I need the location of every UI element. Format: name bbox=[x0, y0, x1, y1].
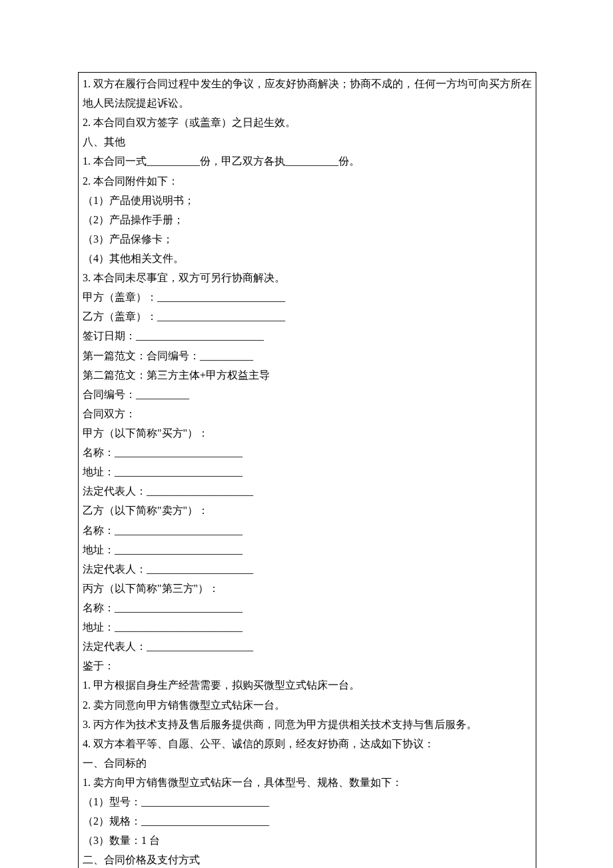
text-line: 1. 卖方向甲方销售微型立式钻床一台，具体型号、规格、数量如下： bbox=[83, 773, 532, 792]
text-line: 甲方（以下简称"买方"）： bbox=[83, 423, 532, 443]
text-line: 合同编号：__________ bbox=[83, 385, 532, 404]
text-line: （2）产品操作手册； bbox=[83, 210, 532, 229]
text-line: 法定代表人：____________________ bbox=[83, 559, 532, 579]
text-line: 名称：________________________ bbox=[83, 521, 532, 540]
text-line: 第二篇范文：第三方主体+甲方权益主导 bbox=[83, 365, 532, 385]
text-line: 2. 卖方同意向甲方销售微型立式钻床一台。 bbox=[83, 695, 532, 715]
text-line: 一、合同标的 bbox=[83, 753, 532, 773]
text-line: 签订日期：________________________ bbox=[83, 326, 532, 345]
text-line: （4）其他相关文件。 bbox=[83, 249, 532, 268]
text-line: 法定代表人：____________________ bbox=[83, 637, 532, 656]
text-line: （1）产品使用说明书； bbox=[83, 191, 532, 210]
document-frame: 1. 双方在履行合同过程中发生的争议，应友好协商解决；协商不成的，任何一方均可向… bbox=[78, 72, 536, 868]
text-line: （1）型号：________________________ bbox=[83, 792, 532, 811]
text-line: 第一篇范文：合同编号：__________ bbox=[83, 346, 532, 365]
text-line: 丙方（以下简称"第三方"）： bbox=[83, 579, 532, 598]
text-line: 1. 本合同一式__________份，甲乙双方各执__________份。 bbox=[83, 151, 532, 171]
document-body: 1. 双方在履行合同过程中发生的争议，应友好协商解决；协商不成的，任何一方均可向… bbox=[83, 74, 532, 868]
text-line: （2）规格：________________________ bbox=[83, 811, 532, 831]
text-line: 3. 丙方作为技术支持及售后服务提供商，同意为甲方提供相关技术支持与售后服务。 bbox=[83, 715, 532, 734]
text-line: 乙方（以下简称"卖方"）： bbox=[83, 501, 532, 520]
text-line: 2. 本合同附件如下： bbox=[83, 171, 532, 191]
text-line: 地址：________________________ bbox=[83, 617, 532, 637]
text-line: 乙方（盖章）：________________________ bbox=[83, 307, 532, 326]
text-line: 4. 双方本着平等、自愿、公平、诚信的原则，经友好协商，达成如下协议： bbox=[83, 734, 532, 753]
text-line: 甲方（盖章）：________________________ bbox=[83, 287, 532, 307]
text-line: 八、其他 bbox=[83, 132, 532, 151]
text-line: 1. 双方在履行合同过程中发生的争议，应友好协商解决；协商不成的，任何一方均可向… bbox=[83, 74, 532, 113]
text-line: （3）产品保修卡； bbox=[83, 229, 532, 249]
text-line: 地址：________________________ bbox=[83, 462, 532, 481]
text-line: 法定代表人：____________________ bbox=[83, 481, 532, 501]
text-line: 1. 甲方根据自身生产经营需要，拟购买微型立式钻床一台。 bbox=[83, 675, 532, 695]
text-line: 合同双方： bbox=[83, 404, 532, 423]
text-line: 名称：________________________ bbox=[83, 598, 532, 617]
text-line: 3. 本合同未尽事宜，双方可另行协商解决。 bbox=[83, 268, 532, 287]
text-line: 地址：________________________ bbox=[83, 540, 532, 559]
text-line: （3）数量：1 台 bbox=[83, 831, 532, 850]
text-line: 名称：________________________ bbox=[83, 443, 532, 462]
text-line: 2. 本合同自双方签字（或盖章）之日起生效。 bbox=[83, 113, 532, 132]
text-line: 二、合同价格及支付方式 bbox=[83, 850, 532, 868]
text-line: 鉴于： bbox=[83, 656, 532, 675]
